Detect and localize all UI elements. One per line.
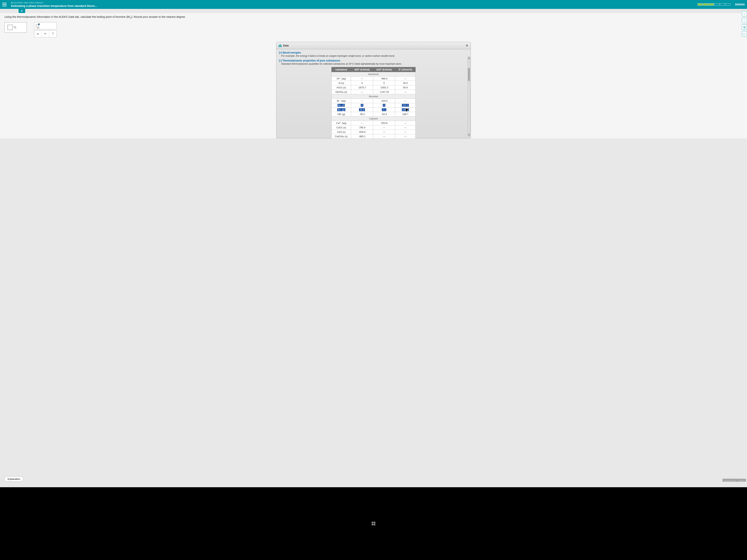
bond-energies-desc: For example, the energy it takes to brea… xyxy=(281,54,468,57)
thermo-toggle[interactable]: [-] Thermodynamic properties of pure sub… xyxy=(279,59,468,62)
side-tool-1[interactable]: □ xyxy=(742,11,747,16)
table-row[interactable]: CaO (s)-634.9------ xyxy=(331,130,416,134)
table-row[interactable]: Al₂O₃ (s)-1675.7-1582.350.9 xyxy=(331,85,416,90)
sci-notation-button[interactable]: x10 xyxy=(34,22,42,29)
undo-icon: ↶ xyxy=(44,32,47,36)
table-row[interactable]: Br₂ (l)00152.2 xyxy=(331,103,416,108)
data-panel-header: Data ✕ xyxy=(277,42,470,49)
progress-indicator xyxy=(698,3,730,5)
topic-label: ENTROPY AND FREE ENERGY xyxy=(11,2,698,4)
menu-icon[interactable] xyxy=(2,2,7,7)
table-row[interactable]: Br₂ (g)30.93.1245.5 xyxy=(331,108,416,112)
table-row[interactable]: Ca(OH)₂ (s)-985.2------ xyxy=(331,134,416,139)
table-row[interactable]: Al³⁺ (aq)----485.0--- xyxy=(331,77,416,81)
side-tool-3[interactable]: ▤ xyxy=(742,24,747,30)
thermo-desc: Standard thermodynamic quantities for se… xyxy=(281,62,468,65)
side-tool-4[interactable]: ▷ xyxy=(742,31,747,36)
app-header: ENTROPY AND FREE ENERGY Estimating a pha… xyxy=(0,0,747,9)
data-panel-body: [+] Bond energies For example, the energ… xyxy=(277,49,470,138)
close-icon[interactable]: ✕ xyxy=(466,44,468,48)
header-dropdown-tab[interactable]: ▼ xyxy=(19,9,25,13)
scroll-thumb[interactable] xyxy=(468,68,470,81)
table-row[interactable]: Br⁻ (aq)----104.0--- xyxy=(331,99,416,103)
unit-label: °C xyxy=(14,26,17,29)
table-row[interactable]: Ca²⁺ (aq)----553.6--- xyxy=(331,121,416,125)
undo-button[interactable]: ↶ xyxy=(42,31,49,37)
bond-energies-toggle[interactable]: [+] Bond energies xyxy=(279,51,468,54)
clear-button[interactable]: ✕ xyxy=(34,31,42,37)
lesson-title: Estimating a phase transition temperatur… xyxy=(11,4,698,7)
table-row[interactable]: Al (s)0028.3 xyxy=(331,81,416,85)
x-icon: ✕ xyxy=(37,32,39,36)
category-bromine: Bromine xyxy=(331,94,416,99)
data-panel: Data ✕ [+] Bond energies For example, th… xyxy=(276,42,471,138)
data-panel-title: Data xyxy=(283,44,466,47)
table-row[interactable]: HBr (g)-36.3-53.4198.7 xyxy=(331,112,416,116)
scrollbar[interactable]: ▴ ▾ xyxy=(468,57,470,136)
side-tool-2[interactable]: □ xyxy=(742,18,747,23)
scroll-up-icon[interactable]: ▴ xyxy=(468,57,470,59)
col-substance: substance xyxy=(331,67,351,72)
col-dhf: ΔHf° (kJ/mol) xyxy=(351,67,373,72)
topic-text: ENTROPY AND FREE ENERGY xyxy=(14,2,44,4)
tool-palette: x10 ✕ ↶ ? xyxy=(34,22,57,37)
answer-box: °C xyxy=(4,22,27,33)
answer-row: °C x10 ✕ ↶ ? xyxy=(4,22,743,37)
table-row[interactable]: Al(OH)₃ (s)----1147.25--- xyxy=(331,90,416,94)
thermo-table: substance ΔHf° (kJ/mol) ΔGf° (kJ/mol) S°… xyxy=(331,67,416,139)
ring-icon xyxy=(11,2,13,4)
table-header-row: substance ΔHf° (kJ/mol) ΔGf° (kJ/mol) S°… xyxy=(331,67,416,72)
answer-input[interactable] xyxy=(7,25,13,30)
content-area: Using the thermodynamic information in t… xyxy=(0,13,747,138)
question-icon: ? xyxy=(52,32,54,35)
bar-chart-icon xyxy=(279,44,282,47)
category-aluminum: Aluminum xyxy=(331,72,416,77)
chevron-down-icon: ▼ xyxy=(21,9,23,12)
scroll-down-icon[interactable]: ▾ xyxy=(468,134,470,136)
question-text: Using the thermodynamic information in t… xyxy=(4,15,743,19)
table-row[interactable]: CaCl₂ (s)-795.4------ xyxy=(331,125,416,130)
user-name[interactable]: DENNIS xyxy=(735,3,745,6)
help-button[interactable]: ? xyxy=(49,31,56,37)
col-dgf: ΔGf° (kJ/mol) xyxy=(373,67,395,72)
category-calcium: Calcium xyxy=(331,116,416,121)
col-s: S° (J/mol·K) xyxy=(395,67,416,72)
header-titles: ENTROPY AND FREE ENERGY Estimating a pha… xyxy=(11,2,698,7)
sidebar-tools: □ □ ▤ ▷ xyxy=(742,11,747,36)
